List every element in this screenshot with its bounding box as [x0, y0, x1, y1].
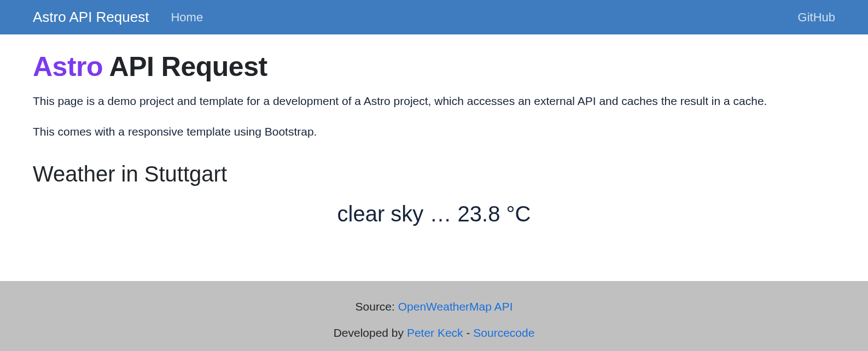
footer-developer-link[interactable]: Peter Keck [407, 326, 463, 339]
footer-separator: - [463, 326, 474, 339]
intro-paragraph-1: This page is a demo project and template… [33, 92, 835, 110]
navbar-left: Astro API Request Home [33, 9, 203, 26]
footer-source-label: Source: [356, 300, 398, 313]
navbar-container: Astro API Request Home GitHub [0, 9, 868, 26]
intro-paragraph-2: This comes with a responsive template us… [33, 123, 835, 141]
footer-source: Source: OpenWeatherMap API [0, 300, 868, 313]
nav-link-home[interactable]: Home [171, 10, 203, 25]
title-rest: API Request [103, 51, 267, 82]
footer-developed-label: Developed by [334, 326, 407, 339]
footer-developed: Developed by Peter Keck - Sourcecode [0, 326, 868, 340]
weather-heading: Weather in Stuttgart [33, 162, 835, 186]
footer-source-link[interactable]: OpenWeatherMap API [398, 300, 513, 313]
navbar: Astro API Request Home GitHub [0, 0, 868, 34]
nav-link-github[interactable]: GitHub [798, 10, 835, 25]
title-astro: Astro [33, 51, 103, 82]
footer: Source: OpenWeatherMap API Developed by … [0, 281, 868, 351]
navbar-brand[interactable]: Astro API Request [33, 9, 149, 26]
main-container: Astro API Request This page is a demo pr… [0, 34, 868, 281]
page-title: Astro API Request [33, 51, 835, 83]
footer-sourcecode-link[interactable]: Sourcecode [473, 326, 534, 339]
weather-display: clear sky … 23.8 °C [33, 202, 835, 226]
